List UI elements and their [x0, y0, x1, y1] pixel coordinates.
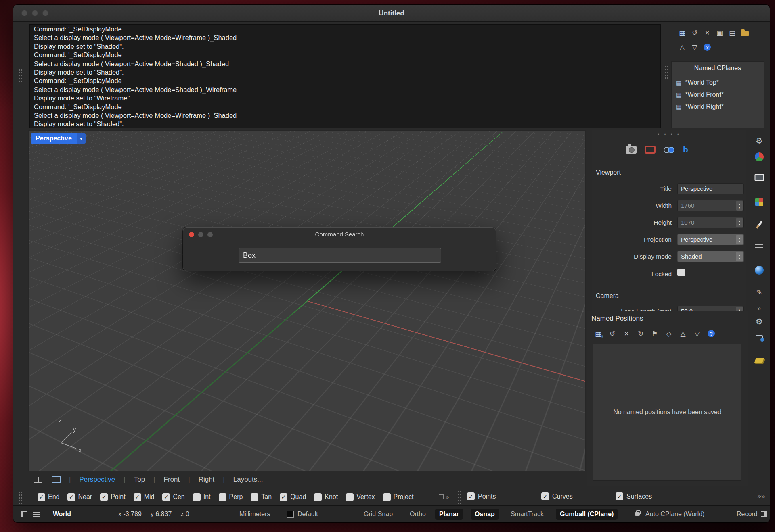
materials-grid-icon[interactable]	[755, 198, 763, 206]
new-cplane-icon[interactable]: ▦	[678, 28, 687, 37]
osnap-int[interactable]: Int	[193, 493, 211, 501]
side-panel-icon[interactable]	[761, 511, 767, 517]
osnap-knot[interactable]: Knot	[314, 493, 338, 501]
width-stepper[interactable]: ▲▼	[736, 201, 743, 211]
move-up-icon[interactable]: △	[679, 329, 687, 338]
osnap-quad[interactable]: ✓Quad	[280, 493, 306, 501]
window-titlebar[interactable]: Untitled	[13, 5, 770, 22]
layer-state-icon[interactable]	[754, 358, 764, 363]
command-search-input[interactable]	[239, 248, 441, 263]
status-toggle-planar[interactable]: Planar	[435, 509, 463, 520]
named-cplane-item[interactable]: ▦*World Right*	[672, 101, 764, 113]
panel-toggle-icon[interactable]	[21, 511, 27, 517]
projection-dropdown[interactable]: Perspective▲▼	[677, 234, 744, 245]
filter-points-checkbox[interactable]: ✓	[467, 492, 475, 500]
view-tab-front[interactable]: Front	[164, 476, 180, 484]
osnap-project-checkbox[interactable]	[383, 493, 391, 501]
filter-points[interactable]: ✓Points	[467, 492, 496, 500]
move-down-icon[interactable]: ▽	[693, 329, 702, 338]
move-up-icon[interactable]: △	[678, 43, 687, 52]
display-mode-dropdown[interactable]: Shaded▲▼	[677, 251, 744, 262]
filter-overflow-chevron-icon[interactable]: »	[761, 493, 765, 500]
import-cplane-icon[interactable]	[740, 28, 749, 37]
osnap-tan-checkbox[interactable]	[251, 493, 258, 501]
linked-views-icon[interactable]	[664, 146, 675, 153]
help-icon[interactable]: ?	[703, 43, 712, 52]
menu-icon[interactable]	[33, 512, 40, 517]
move-down-icon[interactable]: ▽	[690, 43, 699, 52]
view-tab-right[interactable]: Right	[199, 476, 215, 484]
locked-checkbox[interactable]	[677, 269, 685, 276]
render-sphere-icon[interactable]	[755, 266, 764, 275]
duplicate-cplane-icon[interactable]: ▣	[715, 28, 724, 37]
auto-cplane-toggle[interactable]: Auto CPlane (World)	[645, 506, 704, 522]
osnap-end-checkbox[interactable]: ✓	[38, 493, 45, 501]
osnap-perp-checkbox[interactable]	[219, 493, 226, 501]
lens-length-stepper[interactable]: ▲▼	[736, 307, 743, 311]
restore-cplane-icon[interactable]: ↺	[690, 28, 699, 37]
viewport-title-menu[interactable]: Perspective ▼	[31, 133, 86, 144]
new-position-icon[interactable]: ▦+	[594, 329, 603, 338]
named-cplane-item[interactable]: ▦*World Front*	[672, 89, 764, 101]
osnap-knot-checkbox[interactable]	[314, 493, 322, 501]
restore-position-icon[interactable]: ↺	[608, 329, 617, 338]
filter-surfaces[interactable]: ✓Surfaces	[616, 492, 652, 500]
named-views-icon[interactable]	[756, 335, 763, 340]
osnap-end[interactable]: ✓End	[38, 493, 59, 501]
status-toggle-ortho[interactable]: Ortho	[406, 509, 430, 520]
display-mode-stepper[interactable]: ▲▼	[736, 252, 743, 261]
named-positions-gear-icon[interactable]: ⚙	[756, 317, 763, 326]
units-indicator[interactable]: Millimeters	[239, 506, 270, 522]
expand-panel-icon[interactable]: »	[757, 305, 761, 313]
panel-drag-dots[interactable]: • • • •	[592, 131, 746, 137]
osnap-vertex[interactable]: Vertex	[346, 493, 375, 501]
annotate-pencil-icon[interactable]: ✎	[756, 288, 762, 297]
osnap-tan[interactable]: Tan	[251, 493, 272, 501]
view-tab-perspective[interactable]: Perspective	[79, 476, 115, 484]
view-tab-top[interactable]: Top	[134, 476, 145, 484]
osnap-int-checkbox[interactable]	[193, 493, 201, 501]
osnap-perp[interactable]: Perp	[219, 493, 243, 501]
paste-cplane-icon[interactable]: ▤	[728, 28, 737, 37]
layer-indicator[interactable]: Default	[287, 506, 318, 522]
delete-position-icon[interactable]: ×	[622, 329, 631, 338]
osnap-near[interactable]: ✓Near	[67, 493, 92, 501]
panel-settings-gear-icon[interactable]: ⚙	[756, 136, 763, 146]
osnap-point[interactable]: ✓Point	[100, 493, 125, 501]
status-toggle-osnap[interactable]: Osnap	[471, 509, 499, 520]
lens-length-field[interactable]: 50.0▲▼	[677, 306, 744, 311]
projection-stepper[interactable]: ▲▼	[736, 235, 743, 244]
help-icon[interactable]: ?	[707, 329, 716, 338]
record-history-toggle[interactable]: Record	[737, 506, 758, 522]
status-toggle-gumball-cplane[interactable]: Gumball (CPlane)	[556, 509, 618, 520]
osnap-cen[interactable]: ✓Cen	[162, 493, 184, 501]
chevron-down-icon[interactable]: ▼	[77, 133, 86, 144]
layers-list-icon[interactable]	[755, 244, 763, 250]
osnap-point-checkbox[interactable]: ✓	[100, 493, 108, 501]
height-field[interactable]: 1070▲▼	[677, 217, 744, 228]
named-cplane-item[interactable]: ▦*World Top*	[672, 77, 764, 89]
single-view-layout-icon[interactable]	[52, 476, 61, 483]
polygon-icon[interactable]: ◇	[664, 329, 673, 338]
command-history[interactable]: Command: '_SetDisplayModeSelect a displa…	[29, 24, 661, 128]
osnap-quad-checkbox[interactable]: ✓	[280, 493, 287, 501]
named-positions-list[interactable]: No named positions have been saved	[593, 344, 741, 481]
more-osnaps[interactable]: »	[439, 493, 449, 500]
osnap-project[interactable]: Project	[383, 493, 414, 501]
camera-icon[interactable]	[626, 146, 637, 154]
view-tab-layouts[interactable]: Layouts...	[233, 476, 263, 484]
filter-curves-checkbox[interactable]: ✓	[541, 492, 549, 500]
display-color-icon[interactable]	[755, 152, 764, 161]
perspective-viewport[interactable]: Perspective ▼ z y x	[28, 130, 586, 471]
osnap-mid-checkbox[interactable]: ✓	[134, 493, 141, 501]
history-drag-handle[interactable]	[19, 69, 23, 83]
viewport-panel-icon[interactable]	[755, 174, 764, 181]
paintbrush-icon[interactable]	[756, 221, 763, 229]
status-toggle-smarttrack[interactable]: SmartTrack	[507, 509, 548, 520]
four-view-layout-icon[interactable]	[34, 477, 42, 483]
named-cplanes-tab[interactable]: Named CPlanes	[671, 61, 764, 75]
update-position-icon[interactable]: ↻	[636, 329, 645, 338]
status-toggle-grid-snap[interactable]: Grid Snap	[360, 509, 397, 520]
width-field[interactable]: 1760▲▼	[677, 200, 744, 211]
cplanes-drag-handle[interactable]	[665, 65, 669, 80]
